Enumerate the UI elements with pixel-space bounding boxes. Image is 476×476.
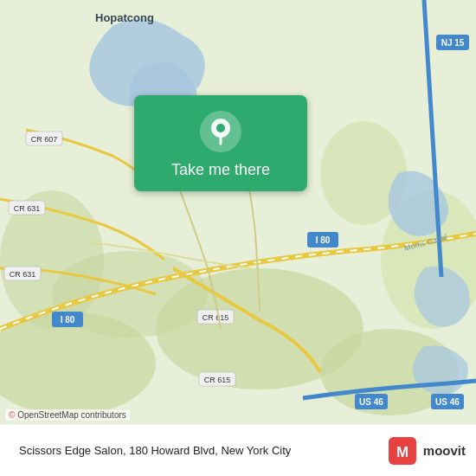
svg-text:I 80: I 80 bbox=[316, 235, 331, 245]
svg-text:Hopatcong: Hopatcong bbox=[95, 11, 154, 24]
svg-point-31 bbox=[216, 124, 225, 132]
svg-text:US 46: US 46 bbox=[359, 397, 383, 407]
moovit-brand-text: moovit bbox=[423, 443, 466, 458]
svg-text:CR 631: CR 631 bbox=[10, 270, 36, 279]
location-description: Scissors Edge Salon, 180 Howard Blvd, Ne… bbox=[10, 444, 389, 457]
svg-text:CR 615: CR 615 bbox=[204, 376, 231, 384]
svg-text:I 80: I 80 bbox=[61, 315, 75, 325]
svg-text:CR 607: CR 607 bbox=[31, 135, 58, 144]
map-attribution: © OpenStreetMap contributors bbox=[9, 410, 126, 420]
svg-text:M: M bbox=[396, 443, 408, 460]
take-me-there-button[interactable]: Take me there bbox=[134, 95, 307, 191]
bottom-bar: Scissors Edge Salon, 180 Howard Blvd, Ne… bbox=[0, 424, 476, 476]
moovit-logo: M moovit bbox=[389, 437, 466, 465]
svg-text:CR 631: CR 631 bbox=[14, 204, 41, 213]
cta-label: Take me there bbox=[171, 161, 270, 179]
svg-text:US 46: US 46 bbox=[435, 397, 460, 407]
svg-text:NJ 15: NJ 15 bbox=[441, 38, 465, 48]
map-view: I 80 I 80 CR 615 CR 615 CR 607 CR 631 CR… bbox=[0, 0, 476, 424]
svg-text:CR 615: CR 615 bbox=[203, 313, 229, 322]
location-icon bbox=[200, 111, 241, 152]
